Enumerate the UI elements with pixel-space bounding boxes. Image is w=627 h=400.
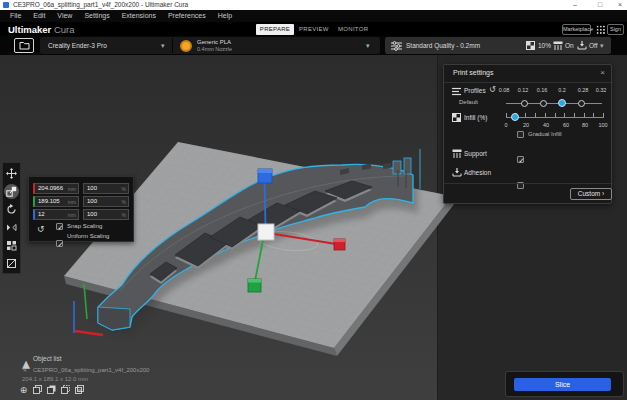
open-file-button[interactable] xyxy=(14,38,34,53)
scale-y-percent-input[interactable]: 100% xyxy=(83,196,129,207)
infill-tick-label: 20 xyxy=(523,122,529,128)
tab-prepare[interactable]: PREPARE xyxy=(256,24,294,35)
profile-slider-stop[interactable] xyxy=(540,100,547,107)
divider xyxy=(444,183,613,184)
infill-tick-label: 0 xyxy=(504,122,507,128)
infill-tick-label: 80 xyxy=(582,122,588,128)
app-header: Ultimaker Cura PREPARE PREVIEW MONITOR M… xyxy=(0,22,627,36)
snap-scaling-label: Snap Scaling xyxy=(67,223,102,229)
adhesion-label: Adhesion xyxy=(464,169,491,176)
infill-summary-value: 10% xyxy=(538,42,551,49)
group-objects-icon[interactable] xyxy=(60,384,71,395)
tab-preview[interactable]: PREVIEW xyxy=(299,24,327,35)
support-blocker-button[interactable] xyxy=(4,256,19,271)
quality-summary-label: Standard Quality - 0.2mm xyxy=(406,42,480,49)
sign-in-button[interactable]: Sign in xyxy=(607,24,624,35)
support-checkbox[interactable]: ✓ xyxy=(517,156,524,163)
adhesion-icon xyxy=(452,168,462,177)
check-icon: ✓ xyxy=(519,156,525,165)
gradual-infill-checkbox[interactable] xyxy=(517,131,524,138)
scale-tool-panel: 204.0966mm 100% 189.105mm 100% 12mm 100%… xyxy=(28,176,134,242)
object-file-name[interactable]: CE3PRO_06a_splitting_part1_v4f_200x200 xyxy=(33,367,149,373)
copy-object-icon[interactable] xyxy=(32,384,43,395)
menu-preferences[interactable]: Preferences xyxy=(162,10,212,22)
profile-tick-label: 0.08 xyxy=(499,87,510,93)
scale-handle-center[interactable] xyxy=(258,224,274,240)
scale-tool-button[interactable] xyxy=(4,184,19,199)
pencil-icon[interactable]: ✎ xyxy=(22,366,27,373)
scale-handle-z[interactable] xyxy=(258,169,272,183)
menu-extensions[interactable]: Extensions xyxy=(116,10,162,22)
merge-objects-icon[interactable] xyxy=(74,384,85,395)
marketplace-button[interactable]: Marketplace xyxy=(562,24,591,35)
menu-help[interactable]: Help xyxy=(212,10,238,22)
profile-slider-handle[interactable] xyxy=(558,99,566,107)
tab-monitor[interactable]: MONITOR xyxy=(338,24,368,35)
infill-slider-track[interactable] xyxy=(506,117,604,119)
print-settings-title: Print settings xyxy=(453,69,493,76)
infill-tick-label: 60 xyxy=(563,122,569,128)
menu-view[interactable]: View xyxy=(51,10,78,22)
scale-y-mm-input[interactable]: 189.105mm xyxy=(33,196,79,207)
scale-z-mm-input[interactable]: 12mm xyxy=(33,209,79,220)
mm-suffix: mm xyxy=(68,211,76,220)
mm-suffix: mm xyxy=(68,185,76,194)
print-settings-summary[interactable]: Standard Quality - 0.2mm 10% On Off ▾ xyxy=(385,37,611,54)
uniform-scaling-checkbox[interactable]: ✓ xyxy=(56,240,63,247)
apps-grid-icon[interactable] xyxy=(596,25,605,34)
sliders-icon xyxy=(391,41,402,51)
printer-selector[interactable]: Creality Ender-3 Pro xyxy=(48,42,107,49)
maximize-button[interactable]: □ xyxy=(591,0,609,10)
arrow-right-icon: › xyxy=(602,190,604,197)
reset-scale-icon[interactable]: ↺ xyxy=(37,225,45,234)
rotate-icon xyxy=(6,204,17,215)
infill-label: Infill (%) xyxy=(464,114,487,121)
scale-handle-x[interactable] xyxy=(334,239,345,250)
scale-x-mm-input[interactable]: 204.0966mm xyxy=(33,183,79,194)
menu-edit[interactable]: Edit xyxy=(27,10,51,22)
multiply-object-icon[interactable] xyxy=(46,384,57,395)
check-icon: ✓ xyxy=(58,240,64,249)
move-tool-button[interactable] xyxy=(4,166,19,181)
mm-suffix: mm xyxy=(68,198,76,207)
chevron-down-icon[interactable]: ▾ xyxy=(161,42,165,49)
material-brand-icon xyxy=(180,40,192,52)
window-title: CE3PRO_06a_splitting_part1_v4f_200x200 -… xyxy=(13,1,188,9)
rotate-tool-button[interactable] xyxy=(4,202,19,217)
support-label: Support xyxy=(464,150,487,157)
arrange-icon[interactable]: ⊕ xyxy=(18,384,29,395)
reset-profile-icon[interactable]: ↺ xyxy=(489,85,496,94)
object-list-panel: ▴ Object list ✎ CE3PRO_06a_splitting_par… xyxy=(14,351,184,397)
mirror-tool-button[interactable] xyxy=(4,220,19,235)
move-icon xyxy=(6,168,17,179)
folder-icon xyxy=(19,41,30,50)
infill-slider-handle[interactable] xyxy=(511,113,519,121)
profile-tick-label: 0.32 xyxy=(596,87,607,93)
scale-z-percent-input[interactable]: 100% xyxy=(83,209,129,220)
scale-x-percent-input[interactable]: 100% xyxy=(83,183,129,194)
menu-bar: File Edit View Settings Extensions Prefe… xyxy=(0,10,627,22)
printer-material-panel: Creality Ender-3 Pro ▾ Generic PLA 0.4mm… xyxy=(40,37,380,54)
profile-tick-label: 0.28 xyxy=(578,87,589,93)
snap-scaling-checkbox[interactable]: ✓ xyxy=(56,223,63,230)
profile-slider-stop[interactable] xyxy=(521,100,528,107)
window-titlebar: CE3PRO_06a_splitting_part1_v4f_200x200 -… xyxy=(0,0,627,10)
scale-icon xyxy=(6,186,17,197)
menu-settings[interactable]: Settings xyxy=(78,10,115,22)
close-window-button[interactable]: × xyxy=(611,0,627,10)
object-list-title[interactable]: Object list xyxy=(33,355,62,362)
material-selector[interactable]: Generic PLA xyxy=(197,39,231,45)
custom-settings-button[interactable]: Custom › xyxy=(570,188,612,200)
slice-button[interactable]: Slice xyxy=(514,378,611,391)
menu-file[interactable]: File xyxy=(4,10,27,22)
close-icon[interactable]: × xyxy=(600,68,605,77)
profile-slider-stop[interactable] xyxy=(578,100,585,107)
per-model-settings-button[interactable] xyxy=(4,238,19,253)
profile-default-label: Default xyxy=(459,99,478,105)
chevron-down-icon[interactable]: ▾ xyxy=(600,42,604,49)
support-icon xyxy=(553,41,563,50)
scale-handle-y[interactable] xyxy=(248,279,261,292)
nozzle-size-label: 0.4mm Nozzle xyxy=(197,46,232,52)
chevron-down-icon[interactable]: ▾ xyxy=(366,42,370,49)
minimize-button[interactable]: – xyxy=(566,0,584,10)
